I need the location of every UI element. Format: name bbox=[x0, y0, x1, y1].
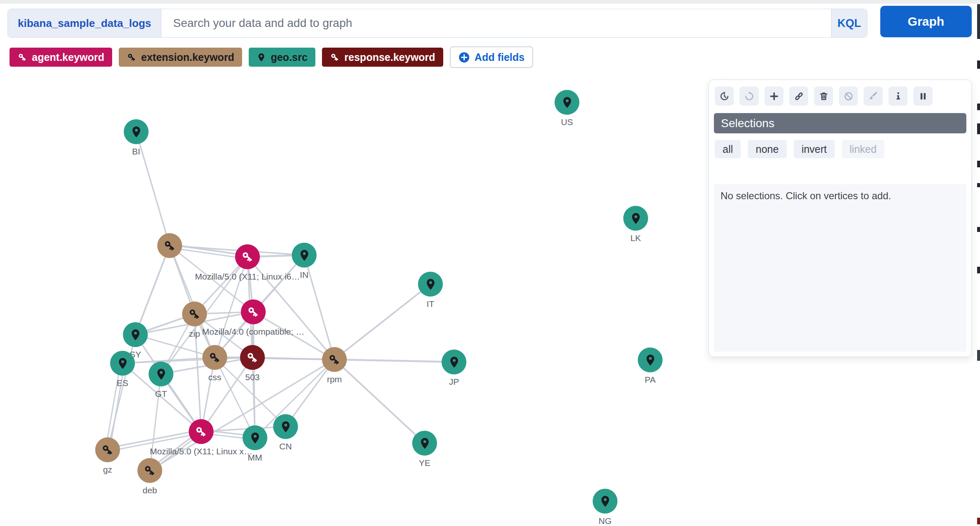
add-fields-label: Add fields bbox=[475, 51, 525, 63]
graph-edge bbox=[334, 360, 425, 443]
graph-node-GT[interactable] bbox=[149, 362, 173, 386]
graph-node-label: JP bbox=[449, 377, 459, 387]
field-chip-geo.src[interactable]: geo.src bbox=[249, 48, 315, 67]
search-bar: kibana_sample_data_logs KQL bbox=[7, 9, 867, 38]
graph-node-zip[interactable] bbox=[182, 302, 207, 326]
graph-node-label: gz bbox=[103, 465, 112, 475]
graph-node-Mozilla/4.0 (compatible; …[interactable] bbox=[241, 299, 266, 324]
graph-node-gz[interactable] bbox=[95, 437, 120, 462]
field-chip-agent.keyword[interactable]: agent.keyword bbox=[10, 48, 112, 67]
pause-button[interactable] bbox=[913, 87, 932, 106]
delete-button[interactable] bbox=[814, 87, 833, 106]
graph-edge bbox=[334, 284, 430, 360]
undo-icon bbox=[719, 91, 730, 101]
block-button bbox=[839, 87, 858, 106]
select-none-button[interactable]: none bbox=[748, 140, 787, 158]
graph-submit-button[interactable]: Graph bbox=[880, 6, 972, 37]
index-pattern-selector[interactable]: kibana_sample_data_logs bbox=[8, 9, 161, 37]
graph-node-YE[interactable] bbox=[412, 431, 437, 456]
style-button bbox=[864, 87, 883, 106]
graph-node-label: GT bbox=[155, 389, 167, 399]
graph-node-label: YE bbox=[419, 458, 430, 468]
info-button[interactable] bbox=[889, 87, 908, 106]
key-icon bbox=[195, 425, 208, 438]
graph-node-NG[interactable] bbox=[593, 489, 617, 514]
map-pin-icon bbox=[448, 356, 461, 369]
graph-node-label: Mozilla/4.0 (compatible; … bbox=[202, 327, 304, 337]
add-icon bbox=[769, 91, 779, 101]
add-button[interactable] bbox=[764, 87, 783, 106]
add-fields-button[interactable]: Add fields bbox=[450, 46, 533, 68]
graph-node-ES[interactable] bbox=[110, 351, 135, 376]
key-icon bbox=[101, 443, 114, 456]
link-button[interactable] bbox=[789, 87, 808, 106]
screen-edge-fragment bbox=[977, 161, 980, 167]
key-icon bbox=[328, 353, 341, 366]
graph-node-PA[interactable] bbox=[638, 347, 663, 372]
graph-node-SY[interactable] bbox=[123, 322, 148, 347]
graph-node-css[interactable] bbox=[202, 345, 227, 370]
graph-node-CN[interactable] bbox=[273, 414, 298, 439]
graph-node-label: 503 bbox=[245, 372, 259, 382]
map-pin-icon bbox=[424, 278, 437, 291]
graph-node-Mozilla/5.0 (X11; Linux x…[interactable] bbox=[189, 419, 214, 444]
graph-node-US[interactable] bbox=[555, 90, 579, 115]
graph-control-panel: Selections allnoneinvertlinked No select… bbox=[709, 80, 972, 357]
graph-toolbar bbox=[709, 80, 971, 106]
screen-edge-fragment bbox=[977, 60, 980, 69]
redo-button bbox=[740, 87, 759, 106]
key-icon bbox=[246, 351, 259, 364]
graph-node-deb[interactable] bbox=[137, 458, 162, 483]
graph-node-JP[interactable] bbox=[442, 350, 466, 374]
graph-edge bbox=[215, 357, 255, 438]
graph-node-label: deb bbox=[142, 485, 157, 495]
key-icon bbox=[163, 239, 176, 252]
key-icon bbox=[208, 351, 221, 364]
select-linked-button: linked bbox=[842, 140, 884, 158]
selection-buttons: allnoneinvertlinked bbox=[715, 140, 971, 158]
map-pin-icon bbox=[249, 432, 262, 444]
kql-language-button[interactable]: KQL bbox=[831, 9, 867, 37]
graph-node-label: Mozilla/5.0 (X11; Linux x… bbox=[150, 446, 252, 456]
screen-edge-fragment bbox=[977, 227, 980, 232]
graph-node-IT[interactable] bbox=[418, 272, 443, 297]
graph-node-label: CN bbox=[279, 442, 292, 451]
screen-edge-fragment bbox=[977, 123, 980, 134]
field-chip-response.keyword[interactable]: response.keyword bbox=[322, 48, 443, 67]
search-input[interactable] bbox=[161, 9, 831, 37]
map-pin-icon bbox=[155, 368, 168, 381]
graph-edge bbox=[136, 132, 170, 246]
select-invert-button[interactable]: invert bbox=[794, 140, 835, 158]
graph-node-label: LK bbox=[630, 233, 641, 243]
graph-node-Mozilla/5.0 (X11; Linux i6…[interactable] bbox=[235, 244, 260, 269]
screen-edge-fragment bbox=[977, 267, 980, 273]
graph-node-label: BI bbox=[132, 147, 140, 157]
pause-icon bbox=[918, 91, 928, 101]
kibana-graph-app: kibana_sample_data_logs KQL Graph agent.… bbox=[0, 0, 980, 526]
graph-node-IN[interactable] bbox=[292, 243, 317, 268]
graph-node-label: US bbox=[561, 117, 573, 127]
plus-circle-icon bbox=[459, 52, 470, 63]
selections-header: Selections bbox=[714, 113, 966, 133]
key-icon bbox=[17, 52, 27, 62]
selections-empty-message: No selections. Click on vertices to add. bbox=[714, 184, 966, 352]
info-icon bbox=[893, 91, 903, 101]
undo-button[interactable] bbox=[715, 87, 734, 106]
map-pin-icon bbox=[257, 53, 266, 62]
style-icon bbox=[868, 91, 879, 101]
graph-node-503[interactable] bbox=[240, 345, 265, 370]
graph-node-LK[interactable] bbox=[623, 206, 648, 231]
graph-node-label: ES bbox=[117, 378, 128, 388]
graph-node-ext[interactable] bbox=[157, 233, 182, 258]
field-chip-label: response.keyword bbox=[344, 51, 435, 63]
screen-edge-fragment bbox=[977, 183, 980, 187]
map-pin-icon bbox=[629, 212, 642, 225]
top-edge-strip bbox=[0, 0, 980, 4]
field-chip-label: agent.keyword bbox=[32, 51, 104, 63]
graph-node-label: zip bbox=[189, 329, 200, 339]
graph-node-BI[interactable] bbox=[124, 119, 149, 144]
select-all-button[interactable]: all bbox=[715, 140, 741, 158]
map-pin-icon bbox=[116, 357, 129, 370]
field-chip-extension.keyword[interactable]: extension.keyword bbox=[119, 48, 242, 67]
graph-node-rpm[interactable] bbox=[322, 347, 347, 372]
